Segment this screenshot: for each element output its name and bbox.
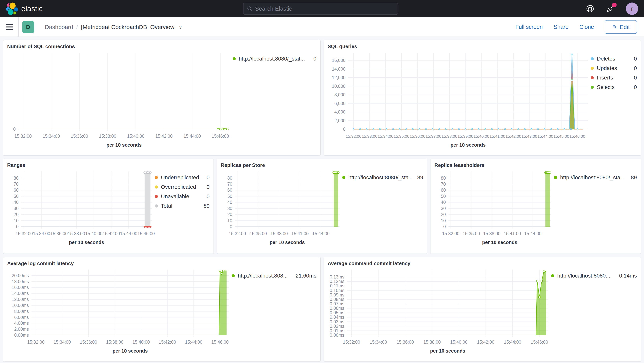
- legend-item[interactable]: Updates0: [591, 65, 637, 71]
- svg-text:15:35:00: 15:35:00: [463, 231, 480, 236]
- svg-text:0.12ms: 0.12ms: [330, 279, 344, 284]
- svg-text:60: 60: [14, 188, 18, 193]
- legend-item[interactable]: Selects0: [591, 84, 637, 90]
- notification-badge: [612, 3, 616, 7]
- panel-number-of-sql-connections: Number of SQL connections15:32:0015:34:0…: [3, 40, 320, 156]
- panel-title[interactable]: Number of SQL connections: [3, 40, 320, 50]
- topbar-right-icons: r: [586, 0, 644, 18]
- svg-text:30: 30: [14, 206, 18, 211]
- full-screen-button[interactable]: Full screen: [515, 24, 543, 30]
- chart-ranges: 15:32:0015:34:0015:36:0015:38:0015:40:00…: [5, 169, 155, 245]
- svg-text:0.00ms: 0.00ms: [330, 333, 344, 338]
- legend-label: Deletes: [597, 56, 615, 62]
- chart-sql-queries: 15:32:0015:33:0015:34:0015:35:0015:36:00…: [326, 50, 591, 148]
- panel-title[interactable]: Average log commit latency: [3, 257, 320, 267]
- menu-icon[interactable]: [0, 18, 18, 37]
- legend-item[interactable]: http://localhost:8080/_stat...0: [233, 56, 316, 62]
- svg-text:0.00ms: 0.00ms: [14, 333, 29, 338]
- panel-title[interactable]: SQL queries: [324, 40, 641, 50]
- legend-item[interactable]: Total89: [155, 203, 210, 209]
- legend-item[interactable]: http://localhost:8080/_sta...89: [554, 174, 637, 181]
- svg-text:20: 20: [227, 212, 232, 217]
- panel-title[interactable]: Replica leaseholders: [430, 159, 641, 169]
- svg-text:0: 0: [444, 224, 446, 229]
- svg-text:40: 40: [14, 200, 18, 205]
- panel-title[interactable]: Ranges: [3, 159, 214, 169]
- svg-text:16,000: 16,000: [332, 58, 345, 63]
- svg-text:15:37:00: 15:37:00: [426, 134, 441, 138]
- global-search[interactable]: [243, 3, 398, 15]
- legend-item[interactable]: http://localhost:8080...0.14ms: [551, 273, 637, 279]
- svg-text:15:32:00: 15:32:00: [228, 231, 246, 236]
- legend-value: 0: [314, 56, 316, 62]
- legend-value: 0: [634, 75, 637, 81]
- search-icon: [247, 6, 252, 12]
- legend-dot: [155, 195, 158, 198]
- panel-average-log-commit-latency: Average log commit latency15:32:0015:34:…: [3, 257, 320, 362]
- svg-text:15:44:00: 15:44:00: [184, 134, 201, 139]
- svg-text:10,000: 10,000: [332, 84, 345, 89]
- legend-item[interactable]: Deletes0: [591, 56, 637, 62]
- space-selector[interactable]: D: [18, 18, 38, 37]
- search-input[interactable]: [255, 6, 394, 12]
- legend-dot: [591, 76, 594, 79]
- svg-text:0.10ms: 0.10ms: [330, 288, 344, 293]
- svg-text:12.00ms: 12.00ms: [12, 297, 29, 302]
- panel-body: 15:32:0015:34:0015:36:0015:38:0015:40:00…: [3, 169, 214, 246]
- svg-text:15:34:00: 15:34:00: [33, 231, 50, 236]
- share-button[interactable]: Share: [554, 24, 568, 30]
- help-icon[interactable]: [586, 4, 594, 13]
- svg-text:6,000: 6,000: [334, 101, 346, 106]
- chart-area: 15:32:0015:34:0015:36:0015:38:0015:40:00…: [326, 267, 551, 353]
- dashboard-actions: Full screen Share Clone ✎ Edit: [515, 20, 637, 34]
- svg-text:per 10 seconds: per 10 seconds: [270, 240, 305, 245]
- svg-text:15:44:00: 15:44:00: [120, 231, 138, 236]
- pencil-icon: ✎: [612, 24, 617, 30]
- user-avatar[interactable]: r: [626, 3, 638, 15]
- panel-title[interactable]: Replicas per Store: [217, 159, 427, 169]
- dashboard-row: Ranges15:32:0015:34:0015:36:0015:38:0015…: [3, 159, 641, 254]
- svg-text:15:42:00: 15:42:00: [477, 339, 494, 345]
- legend-item[interactable]: Unavailable0: [155, 193, 210, 200]
- legend-value: 0: [634, 84, 637, 90]
- panel-sql-queries: SQL queries15:32:0015:33:0015:34:0015:35…: [324, 40, 641, 156]
- breadcrumb-dashboard[interactable]: Dashboard: [45, 24, 73, 30]
- svg-text:15:40:00: 15:40:00: [127, 134, 144, 139]
- svg-text:2,000: 2,000: [334, 118, 346, 123]
- svg-text:50: 50: [227, 194, 232, 199]
- svg-text:15:35:00: 15:35:00: [250, 231, 267, 236]
- legend-item[interactable]: http://localhost:8080/_sta...89: [342, 174, 423, 181]
- legend-item[interactable]: Underreplicated0: [155, 174, 210, 181]
- svg-text:0.03ms: 0.03ms: [330, 319, 344, 324]
- legend-dot: [591, 57, 594, 60]
- svg-text:4.00ms: 4.00ms: [14, 321, 29, 326]
- svg-text:per 10 seconds: per 10 seconds: [430, 348, 465, 353]
- svg-text:80: 80: [227, 176, 232, 181]
- svg-text:15:41:00: 15:41:00: [504, 231, 521, 236]
- svg-text:70: 70: [441, 182, 446, 187]
- edit-button[interactable]: ✎ Edit: [605, 20, 637, 34]
- chart-area: 15:32:0015:33:0015:34:0015:35:0015:36:00…: [326, 50, 591, 148]
- clone-button[interactable]: Clone: [579, 24, 594, 30]
- elastic-logo[interactable]: elastic: [0, 2, 43, 16]
- svg-text:15:32:00: 15:32:00: [442, 231, 460, 236]
- legend-item[interactable]: Overreplicated0: [155, 184, 210, 190]
- svg-text:15:41:00: 15:41:00: [291, 231, 309, 236]
- svg-text:15:40:00: 15:40:00: [132, 339, 150, 345]
- legend-item[interactable]: http://localhost:808...21.60ms: [232, 273, 316, 279]
- svg-text:15:44:00: 15:44:00: [504, 339, 521, 345]
- chevron-down-icon[interactable]: ∨: [179, 24, 182, 30]
- dashboard-row: Average log commit latency15:32:0015:34:…: [3, 257, 641, 362]
- news-feed-icon[interactable]: [606, 4, 615, 13]
- legend-label: Total: [161, 203, 172, 209]
- dashboard-navbar: D Dashboard / [Metricbeat CockroachDB] O…: [0, 18, 644, 37]
- svg-text:15:36:00: 15:36:00: [80, 339, 97, 345]
- legend-value: 0: [634, 56, 637, 62]
- chart-area: 15:32:0015:34:0015:36:0015:38:0015:40:00…: [5, 267, 232, 353]
- panel-title[interactable]: Average command commit latency: [324, 257, 641, 267]
- chart-area: 15:32:0015:35:0015:38:0015:41:0015:44:00…: [432, 169, 554, 245]
- chart-number-of-sql-connections: 15:32:0015:34:0015:36:0015:38:0015:40:00…: [5, 50, 233, 148]
- legend-item[interactable]: Inserts0: [591, 75, 637, 81]
- svg-text:0: 0: [13, 127, 16, 132]
- chart-area: 15:32:0015:34:0015:36:0015:38:0015:40:00…: [5, 169, 155, 245]
